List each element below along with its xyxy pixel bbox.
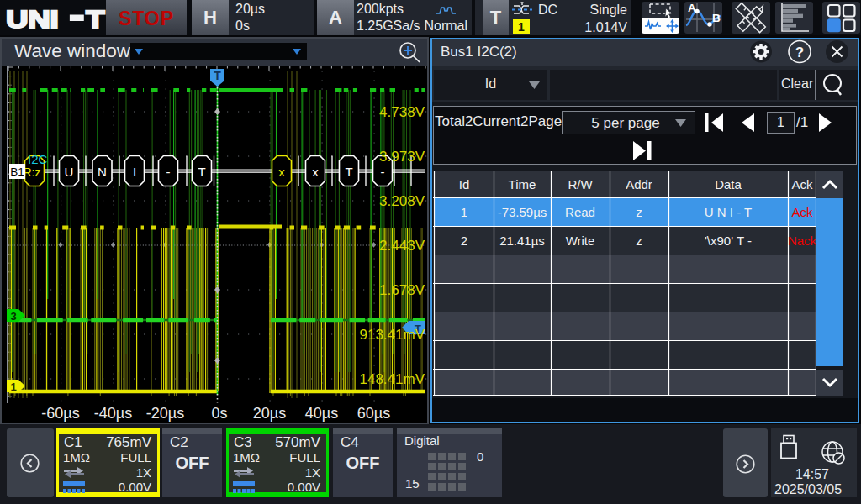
svg-text:0s: 0s [211,405,227,422]
svg-text:x: x [312,165,319,179]
svg-text:3: 3 [10,310,16,323]
svg-text:-60µs: -60µs [41,405,79,422]
svg-text:1.678V: 1.678V [379,282,425,298]
svg-text:4.738V: 4.738V [379,104,425,120]
svg-text:3.973V: 3.973V [379,149,425,165]
svg-text:-: - [166,165,171,179]
svg-text:T: T [214,69,221,82]
svg-text:B1: B1 [10,165,24,178]
svg-text:20µs: 20µs [253,405,286,422]
svg-text:-: - [381,165,385,179]
svg-text:T: T [198,165,205,179]
svg-text:UNI: UNI [6,5,58,33]
svg-text:?: ? [795,45,804,60]
svg-text:40µs: 40µs [305,405,338,422]
svg-text:-20µs: -20µs [146,405,184,422]
svg-text:1: 1 [10,381,16,393]
svg-text:R:z: R:z [24,165,41,179]
svg-text:-40µs: -40µs [94,405,132,422]
svg-text:T: T [86,5,104,33]
svg-text:I2C: I2C [28,152,48,166]
svg-text:T: T [345,165,352,179]
svg-text:A: A [688,2,696,14]
svg-text:x: x [278,165,285,179]
svg-text:N: N [98,165,107,179]
svg-text:I: I [133,165,136,179]
svg-text:B: B [712,12,721,24]
svg-text:60µs: 60µs [357,405,390,422]
svg-text:913.41mV: 913.41mV [360,327,425,343]
svg-text:148.41mV: 148.41mV [360,371,425,387]
svg-text:U: U [65,165,74,179]
